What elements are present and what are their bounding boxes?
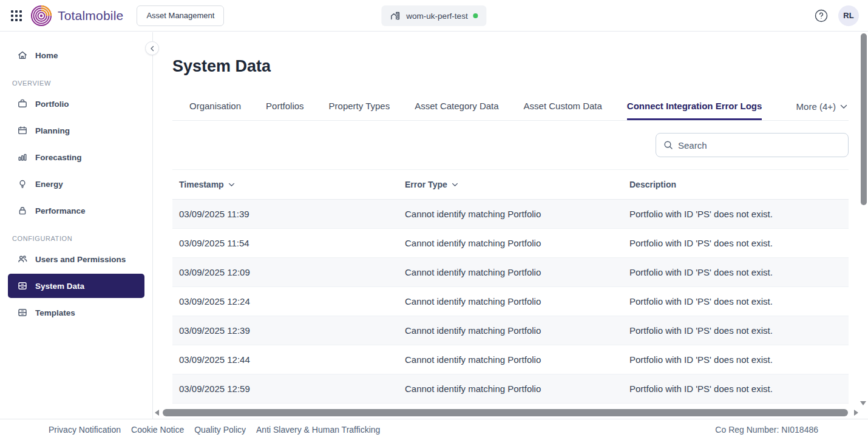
- bar-chart-icon: [17, 152, 28, 163]
- cell-description: Portfolio with ID 'PS' does not exist.: [623, 209, 849, 219]
- sidebar-item-performance[interactable]: Performance: [8, 198, 144, 223]
- users-icon: [17, 254, 28, 265]
- user-avatar[interactable]: RL: [838, 5, 859, 26]
- column-header-error-type[interactable]: Error Type: [398, 180, 623, 189]
- vertical-scrollbar-thumb[interactable]: [861, 33, 867, 205]
- sidebar-item-forecasting[interactable]: Forecasting: [8, 145, 144, 169]
- tab-asset-category-data[interactable]: Asset Category Data: [415, 91, 498, 120]
- brand: Totalmobile: [30, 5, 123, 27]
- cell-description: Portfolio with ID 'PS' does not exist.: [623, 354, 849, 365]
- table-row: 03/09/2025 12:44 Cannot identify matchin…: [172, 345, 849, 374]
- table-row: 03/09/2025 12:09 Cannot identify matchin…: [172, 258, 849, 287]
- tab-property-types[interactable]: Property Types: [329, 91, 390, 120]
- home-icon: [17, 50, 28, 61]
- app-header: Totalmobile Asset Management wom-uk-perf…: [0, 0, 868, 32]
- header-right: RL: [814, 5, 868, 26]
- sidebar-item-users-and-permissions[interactable]: Users and Permissions: [8, 247, 144, 271]
- sidebar-item-label: Energy: [35, 180, 63, 189]
- sort-chevron-icon: [452, 183, 458, 187]
- cell-error-type: Cannot identify matching Portfolio: [398, 354, 623, 365]
- cell-error-type: Cannot identify matching Portfolio: [398, 296, 623, 306]
- sidebar-item-energy[interactable]: Energy: [8, 172, 144, 196]
- cell-description: Portfolio with ID 'PS' does not exist.: [623, 267, 849, 277]
- footer-link-privacy-notification[interactable]: Privacy Notification: [49, 425, 121, 435]
- cell-timestamp: 03/09/2025 12:39: [172, 325, 398, 336]
- cell-description: Portfolio with ID 'PS' does not exist.: [623, 384, 849, 394]
- cell-error-type: Cannot identify matching Portfolio: [398, 209, 623, 219]
- sidebar-item-label: Users and Permissions: [35, 255, 126, 264]
- cell-description: Portfolio with ID 'PS' does not exist.: [623, 325, 849, 336]
- sidebar: Home OVERVIEW Portfolio Planning Forecas…: [0, 32, 153, 419]
- sidebar-item-label: Portfolio: [35, 100, 69, 109]
- sidebar-collapse-button[interactable]: [145, 41, 159, 55]
- header-left: Totalmobile Asset Management: [0, 5, 224, 27]
- tab-asset-custom-data[interactable]: Asset Custom Data: [524, 91, 602, 120]
- cell-description: Portfolio with ID 'PS' does not exist.: [623, 296, 849, 306]
- table-row: 03/09/2025 12:59 Cannot identify matchin…: [172, 374, 849, 404]
- calendar-icon: [17, 125, 28, 136]
- cell-error-type: Cannot identify matching Portfolio: [398, 325, 623, 336]
- error-logs-table: Timestamp Error Type Description 03/09/2…: [172, 169, 849, 408]
- horizontal-scrollbar-thumb[interactable]: [163, 409, 848, 416]
- sidebar-item-home[interactable]: Home: [8, 43, 144, 67]
- footer-link-anti-slavery[interactable]: Anti Slavery & Human Trafficking: [256, 425, 380, 435]
- sidebar-item-portfolio[interactable]: Portfolio: [8, 92, 144, 116]
- table-row: 03/09/2025 12:39 Cannot identify matchin…: [172, 316, 849, 345]
- vertical-scrollbar-down-arrow[interactable]: [860, 401, 866, 405]
- drawer-icon: [17, 307, 28, 318]
- drawer-icon: [17, 280, 28, 291]
- tab-portfolios[interactable]: Portfolios: [266, 91, 304, 120]
- sidebar-item-system-data[interactable]: System Data: [8, 274, 144, 298]
- help-icon: [814, 8, 829, 23]
- tab-more-label: More (4+): [796, 101, 836, 112]
- footer-link-cookie-notice[interactable]: Cookie Notice: [131, 425, 184, 435]
- sidebar-item-label: Templates: [35, 308, 75, 317]
- cell-timestamp: 03/09/2025 12:44: [172, 354, 398, 365]
- page: Totalmobile Asset Management wom-uk-perf…: [0, 0, 868, 440]
- column-header-description: Description: [623, 180, 849, 189]
- sidebar-item-label: Forecasting: [35, 153, 82, 162]
- app-grid-icon[interactable]: [10, 10, 22, 22]
- footer-link-quality-policy[interactable]: Quality Policy: [194, 425, 246, 435]
- chevron-down-icon: [840, 104, 847, 109]
- table-row: 03/09/2025 12:24 Cannot identify matchin…: [172, 287, 849, 316]
- company-reg-number: Co Reg Number: NI018486: [715, 425, 818, 435]
- environment-name: wom-uk-perf-test: [406, 12, 467, 21]
- totalmobile-logo-icon: [30, 5, 52, 27]
- page-title: System Data: [172, 57, 271, 76]
- footer-links: Privacy Notification Cookie Notice Quali…: [49, 425, 380, 435]
- brand-name: Totalmobile: [58, 8, 123, 23]
- asset-management-button[interactable]: Asset Management: [137, 5, 224, 26]
- footer: Privacy Notification Cookie Notice Quali…: [0, 419, 868, 440]
- cell-error-type: Cannot identify matching Portfolio: [398, 238, 623, 248]
- sort-chevron-icon: [228, 183, 235, 187]
- cell-description: Portfolio with ID 'PS' does not exist.: [623, 238, 849, 248]
- help-button[interactable]: [814, 8, 829, 23]
- table-header-row: Timestamp Error Type Description: [172, 170, 849, 200]
- search-input[interactable]: [678, 140, 841, 151]
- cell-timestamp: 03/09/2025 12:24: [172, 296, 398, 306]
- search-icon: [663, 140, 673, 150]
- horizontal-scrollbar-left-arrow[interactable]: [155, 410, 159, 416]
- search-box: [656, 133, 849, 157]
- sidebar-section-overview: OVERVIEW: [12, 80, 152, 87]
- sidebar-section-configuration: CONFIGURATION: [12, 235, 152, 242]
- lightbulb-icon: [17, 178, 28, 189]
- sidebar-item-label: System Data: [35, 282, 84, 291]
- lock-icon: [17, 205, 28, 216]
- sidebar-item-label: Performance: [35, 206, 86, 215]
- cell-error-type: Cannot identify matching Portfolio: [398, 267, 623, 277]
- column-header-timestamp[interactable]: Timestamp: [172, 180, 398, 189]
- environment-badge[interactable]: wom-uk-perf-test: [381, 5, 486, 26]
- tab-more-dropdown[interactable]: More (4+): [796, 91, 847, 120]
- tab-connect-integration-error-logs[interactable]: Connect Integration Error Logs: [627, 91, 762, 120]
- sidebar-item-templates[interactable]: Templates: [8, 300, 144, 325]
- tab-organisation[interactable]: Organisation: [189, 91, 241, 120]
- main-content: System Data Organisation Portfolios Prop…: [154, 32, 868, 419]
- table-row: 03/09/2025 11:39 Cannot identify matchin…: [172, 200, 849, 229]
- environment-status-dot: [473, 13, 478, 18]
- cell-timestamp: 03/09/2025 11:54: [172, 238, 398, 248]
- chevron-left-icon: [149, 46, 155, 52]
- sidebar-item-planning[interactable]: Planning: [8, 118, 144, 143]
- horizontal-scrollbar-right-arrow[interactable]: [854, 410, 858, 416]
